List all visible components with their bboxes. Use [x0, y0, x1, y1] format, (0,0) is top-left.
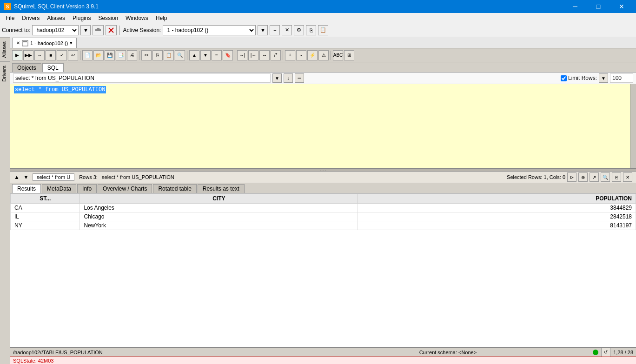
copy-session-btn[interactable]: ⎘ — [306, 25, 316, 35]
session-tab-menu-icon[interactable]: ▾ — [70, 40, 73, 46]
results-tab-metadata[interactable]: MetaData — [42, 184, 76, 193]
menu-plugins[interactable]: Plugins — [69, 13, 94, 23]
save-as-btn[interactable]: 📑 — [116, 50, 126, 60]
rollback-btn[interactable]: ↩ — [68, 50, 78, 60]
status-refresh-btn[interactable]: ↺ — [601, 348, 610, 357]
collapse-icon[interactable]: ▼ — [23, 174, 30, 180]
tab-sql[interactable]: SQL — [42, 63, 64, 72]
menu-file[interactable]: File — [2, 13, 18, 23]
session-tab-1[interactable]: ✕ 1 - hadoop102 () ▾ — [12, 38, 77, 48]
session-dropdown-btn[interactable]: ▼ — [258, 25, 268, 35]
menu-aliases[interactable]: Aliases — [43, 13, 69, 23]
down-btn[interactable]: ▼ — [200, 50, 211, 60]
commit-btn[interactable]: ✓ — [57, 50, 67, 60]
paste-btn[interactable]: 📋 — [164, 50, 174, 60]
next-err-btn[interactable]: ⚡ — [307, 50, 318, 60]
query-text: select * from US_POPULATION — [102, 174, 174, 180]
status-path: /hadoop102//TABLE/US_POPULATION — [13, 350, 303, 355]
cell-city: NewYork — [80, 221, 358, 230]
indent-btn[interactable]: →| — [237, 50, 247, 60]
save-sql-btn[interactable]: 💾 — [105, 50, 115, 60]
outdent-btn[interactable]: |← — [248, 50, 258, 60]
results-tab-rotated[interactable]: Rotated table — [153, 184, 196, 193]
menu-drivers[interactable]: Drivers — [18, 13, 43, 23]
history-run-btn[interactable]: ↓ — [284, 73, 293, 83]
format-btn[interactable]: ≡ — [212, 50, 222, 60]
connect-select[interactable]: hadoop102 — [32, 25, 79, 35]
session-props-btn[interactable]: ⚙ — [294, 25, 304, 35]
limit-rows-check[interactable]: Limit Rows: — [561, 75, 597, 81]
sep2 — [80, 51, 80, 60]
step-btn[interactable]: → — [34, 50, 45, 60]
menu-session[interactable]: Session — [94, 13, 122, 23]
zoom-results-btn[interactable]: 🔍 — [601, 172, 610, 182]
new-sql-btn[interactable]: 📄 — [82, 50, 93, 60]
spell-btn[interactable]: ABC — [333, 50, 343, 60]
print-btn[interactable]: 🖨 — [127, 50, 137, 60]
window-controls: ─ □ ✕ — [564, 0, 632, 13]
sql-editor[interactable]: select * from US_POPULATION — [10, 84, 636, 168]
open-sql-btn[interactable]: 📂 — [93, 50, 104, 60]
search-results-btn[interactable]: ⊕ — [578, 172, 588, 182]
col-header-population[interactable]: POPULATION — [358, 194, 636, 204]
copy-results-btn[interactable]: ⎘ — [612, 172, 621, 182]
tab-objects[interactable]: Objects — [12, 63, 41, 72]
active-session-select[interactable]: 1 - hadoop102 () — [163, 25, 256, 35]
close-session-btn[interactable]: ✕ — [282, 25, 292, 35]
query-tab[interactable]: select * from U — [33, 173, 74, 181]
connect-toolbar: Connect to: hadoop102 ▼ Active Session: … — [0, 23, 636, 37]
status-dot — [593, 350, 598, 355]
copy-btn[interactable]: ⎘ — [152, 50, 163, 60]
results-header: ▲ ▼ select * from U Rows 3: select * fro… — [10, 172, 636, 183]
history-clear-btn[interactable]: ═ — [295, 73, 304, 83]
col-header-state[interactable]: ST... — [11, 194, 80, 204]
run-all-btn[interactable]: ▶▶ — [23, 50, 33, 60]
up-btn[interactable]: ▲ — [189, 50, 199, 60]
aliases-side-tab[interactable]: Aliases — [0, 37, 10, 61]
bookmark-btn[interactable]: 🔖 — [223, 50, 233, 60]
limit-rows-checkbox[interactable] — [561, 75, 567, 81]
drivers-side-tab[interactable]: Drivers — [0, 61, 10, 86]
maximize-button[interactable]: □ — [588, 0, 609, 13]
menu-help[interactable]: Help — [152, 13, 171, 23]
uncomment-btn[interactable]: /* — [271, 50, 281, 60]
results-tab-results[interactable]: Results — [12, 184, 41, 193]
session-tab-close-icon[interactable]: ✕ — [16, 40, 20, 46]
cut-btn[interactable]: ✂ — [141, 50, 152, 60]
zoom-out-btn[interactable]: - — [296, 50, 306, 60]
jump-btn[interactable]: ⊳ — [567, 172, 576, 182]
paste-session-btn[interactable]: 📋 — [318, 25, 328, 35]
col-header-city[interactable]: CITY — [80, 194, 358, 204]
minimize-button[interactable]: ─ — [564, 0, 586, 13]
sqlstate-text: SQLState: 42M03 — [13, 358, 633, 364]
limit-dropdown-btn[interactable]: ▼ — [599, 73, 608, 83]
new-session-btn[interactable]: + — [270, 25, 280, 35]
extra-btn[interactable]: ⊞ — [344, 50, 354, 60]
cell-state: NY — [11, 221, 80, 230]
expand-icon[interactable]: ▲ — [14, 174, 20, 180]
results-tab-overview[interactable]: Overview / Charts — [98, 184, 152, 193]
run-sql-btn[interactable]: ▶ — [12, 50, 22, 60]
menu-windows[interactable]: Windows — [122, 13, 152, 23]
table-row[interactable]: NY NewYork 8143197 — [11, 221, 636, 230]
connect-btn[interactable] — [93, 25, 104, 35]
disconnect-btn[interactable] — [106, 25, 117, 35]
zoom-in-btn[interactable]: + — [285, 50, 295, 60]
close-button[interactable]: ✕ — [611, 0, 632, 13]
history-dropdown-btn[interactable]: ▼ — [272, 73, 282, 83]
table-row[interactable]: CA Los Angeles 3844829 — [11, 204, 636, 212]
connect-dropdown-btn[interactable]: ▼ — [80, 25, 91, 35]
limit-rows-input[interactable] — [610, 73, 633, 83]
editor-scrollbar[interactable] — [630, 84, 636, 168]
sql-history-input[interactable] — [13, 73, 271, 83]
table-row[interactable]: IL Chicago 2842518 — [11, 212, 636, 221]
results-tab-text[interactable]: Results as text — [198, 184, 245, 193]
export-btn[interactable]: ↗ — [590, 172, 599, 182]
prev-err-btn[interactable]: ⚠ — [318, 50, 329, 60]
results-tab-info[interactable]: Info — [77, 184, 97, 193]
find-btn[interactable]: 🔍 — [175, 50, 185, 60]
cell-population: 8143197 — [358, 221, 636, 230]
stop-btn[interactable]: ■ — [46, 50, 56, 60]
close-results-btn[interactable]: ✕ — [623, 172, 632, 182]
comment-btn[interactable]: -- — [259, 50, 270, 60]
